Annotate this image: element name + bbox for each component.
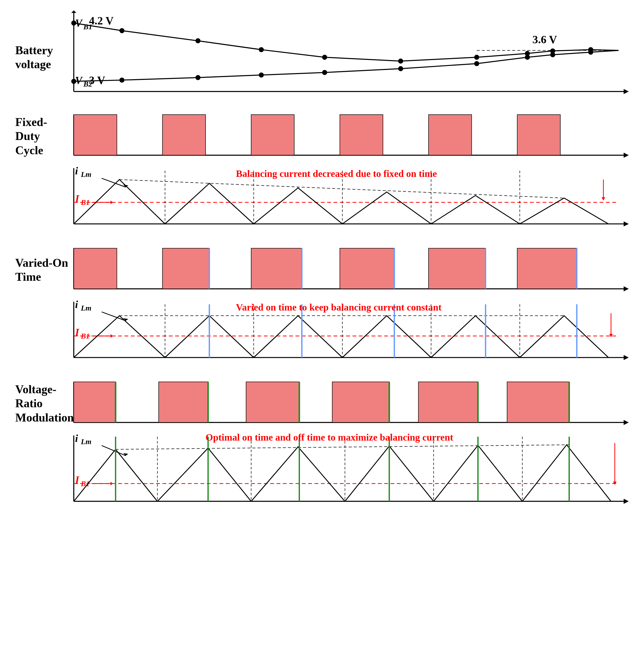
varied-on-time-current-row: i Lm I B1 <box>15 299 629 370</box>
svg-text:Lm: Lm <box>80 304 91 312</box>
svg-marker-63 <box>624 286 629 292</box>
svg-point-21 <box>71 79 76 84</box>
svg-rect-65 <box>74 248 117 289</box>
svg-line-122 <box>102 446 126 456</box>
svg-text:i: i <box>75 165 78 177</box>
svg-rect-37 <box>251 115 294 155</box>
svg-rect-72 <box>429 248 485 289</box>
svg-rect-115 <box>507 382 569 422</box>
svg-text:Balancing current decreased du: Balancing current decreased due to fixed… <box>236 168 437 179</box>
fixed-duty-current-label <box>15 165 71 237</box>
svg-text:I: I <box>75 326 79 338</box>
svg-text:Lm: Lm <box>80 437 91 446</box>
svg-rect-36 <box>163 115 206 155</box>
svg-point-16 <box>398 59 403 64</box>
svg-point-12 <box>119 28 124 33</box>
battery-voltage-row: Batteryvoltage V B1 4.2 V V B2 <box>15 10 629 104</box>
svg-point-26 <box>398 66 403 71</box>
vrm-current-label <box>15 433 71 517</box>
svg-marker-101 <box>609 334 613 337</box>
svg-rect-74 <box>517 248 577 289</box>
svg-rect-68 <box>251 248 302 289</box>
svg-text:4.2 V: 4.2 V <box>89 15 114 27</box>
varied-on-time-row: Varied-OnTime <box>15 241 629 299</box>
varied-on-time-chart <box>71 241 629 299</box>
vrm-current-row: i Lm I B1 <box>15 433 629 517</box>
svg-point-13 <box>196 38 201 43</box>
svg-point-17 <box>474 55 479 60</box>
svg-point-27 <box>474 61 479 66</box>
battery-voltage-label: Batteryvoltage <box>15 10 71 104</box>
svg-text:3.6 V: 3.6 V <box>533 33 557 46</box>
varied-on-time-current-chart: i Lm I B1 <box>71 299 629 370</box>
vrm-current-chart: i Lm I B1 <box>71 433 629 517</box>
svg-rect-39 <box>429 115 472 155</box>
svg-marker-42 <box>624 222 629 227</box>
svg-line-129 <box>116 445 569 449</box>
varied-on-time-current-label <box>15 299 71 370</box>
vrm-row: Voltage-RatioModulation <box>15 374 629 433</box>
svg-rect-70 <box>340 248 394 289</box>
svg-text:Varied on time to keep balanci: Varied on time to keep balancing current… <box>236 302 441 313</box>
svg-point-23 <box>196 75 201 80</box>
battery-voltage-chart: V B1 4.2 V V B2 3 V 3.6 V <box>71 10 629 104</box>
svg-text:I: I <box>75 193 79 205</box>
svg-rect-35 <box>74 115 117 155</box>
svg-text:Lm: Lm <box>80 170 91 178</box>
fixed-duty-label: Fixed-DutyCycle <box>15 107 71 165</box>
fixed-duty-cycle-row: Fixed-DutyCycle <box>15 107 629 165</box>
svg-rect-38 <box>340 115 383 155</box>
svg-text:I: I <box>75 474 79 486</box>
svg-marker-61 <box>601 197 605 201</box>
vrm-chart <box>71 374 629 433</box>
fixed-duty-chart <box>71 107 629 165</box>
svg-rect-113 <box>418 382 478 422</box>
svg-line-81 <box>102 312 126 321</box>
fixed-duty-current-row: i Lm I B1 <box>15 165 629 237</box>
svg-marker-118 <box>624 499 629 504</box>
svg-text:i: i <box>75 299 78 310</box>
svg-text:i: i <box>75 433 78 444</box>
svg-marker-103 <box>624 420 629 425</box>
svg-point-14 <box>259 47 264 52</box>
svg-rect-107 <box>159 382 208 422</box>
svg-marker-33 <box>624 153 629 158</box>
svg-point-29 <box>550 52 555 57</box>
svg-point-28 <box>525 55 530 60</box>
svg-text:Optimal on time and off time t: Optimal on time and off time to maximize… <box>206 433 454 442</box>
main-container: Batteryvoltage V B1 4.2 V V B2 <box>0 0 644 660</box>
svg-marker-77 <box>624 355 629 360</box>
svg-point-22 <box>119 77 124 83</box>
svg-text:V: V <box>75 74 83 86</box>
svg-point-15 <box>322 55 327 60</box>
svg-rect-66 <box>163 248 209 289</box>
svg-point-25 <box>322 70 327 75</box>
vrm-label: Voltage-RatioModulation <box>15 374 71 433</box>
svg-text:3 V: 3 V <box>89 74 105 86</box>
svg-marker-2 <box>624 89 629 94</box>
svg-point-11 <box>71 21 76 26</box>
svg-line-53 <box>119 179 563 198</box>
svg-point-24 <box>259 72 264 77</box>
varied-on-time-label: Varied-OnTime <box>15 241 71 299</box>
svg-rect-109 <box>246 382 299 422</box>
svg-marker-3 <box>71 10 76 13</box>
svg-rect-40 <box>517 115 560 155</box>
fixed-duty-current-chart: i Lm I B1 <box>71 165 629 237</box>
svg-rect-111 <box>332 382 389 422</box>
svg-rect-105 <box>74 382 116 422</box>
